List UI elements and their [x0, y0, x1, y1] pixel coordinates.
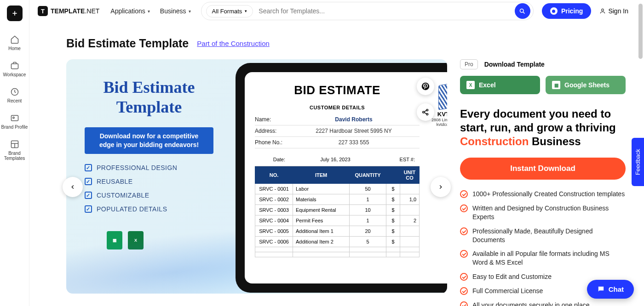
benefit-item: 1000+ Professionally Created Constructio… [460, 190, 626, 198]
sidebar-item-workspace[interactable]: Workspace [0, 57, 29, 83]
check-circle-icon [460, 301, 468, 306]
nav-applications[interactable]: Applications▾ [110, 7, 150, 15]
format-icons: ▦ X [85, 231, 213, 249]
table-row: SRVC - 0002Materials1$1,0 [255, 194, 420, 205]
pricing-button[interactable]: Pricing [542, 3, 591, 19]
user-icon [599, 8, 606, 14]
chat-icon [597, 285, 605, 293]
feedback-tab[interactable]: Feedback [632, 138, 644, 186]
feature-item: ✓CUSTOMIZABLE [85, 192, 213, 199]
sign-in-label: Sign In [608, 7, 628, 15]
promo-banner: Download now for a competitive edge in y… [85, 127, 213, 154]
table-row: SRVC - 0006Additional Item 25$ [255, 237, 420, 247]
tablet-mockup: BID ESTIMATE CUSTOMER DETAILS Name:David… [236, 63, 447, 293]
excel-file-icon: X [466, 81, 475, 89]
benefit-item: Written and Designed by Construction Bus… [460, 204, 626, 221]
create-button[interactable] [7, 6, 23, 21]
check-icon: ✓ [85, 178, 92, 185]
title-row: Bid Estimate Template Part of the Constr… [66, 37, 626, 50]
sidebar-item-label: Home [8, 46, 21, 51]
feature-item: ✓REUSABLE [85, 178, 213, 185]
sidebar-item-label: Brand Profile [1, 125, 28, 130]
svg-rect-4 [11, 115, 18, 121]
table-row: SRVC - 0005Additional Item 120$ [255, 226, 420, 237]
download-panel: Pro Download Template X Excel ▦ Google S… [460, 59, 626, 306]
preview-title: Bid Estimate Template [85, 78, 213, 117]
brand-name: TEMPLATE [51, 7, 85, 15]
history-icon [10, 87, 19, 96]
share-button[interactable] [417, 103, 434, 121]
sidebar-item-label: Recent [7, 98, 22, 103]
download-heading: Download Template [484, 61, 545, 68]
pro-badge: Pro [460, 59, 478, 69]
share-icon [421, 108, 430, 116]
preview-card: Bid Estimate Template Download now for a… [66, 59, 447, 294]
sidebar-item-home[interactable]: Home [0, 30, 29, 57]
sidebar-item-label: Workspace [3, 72, 26, 77]
left-sidebar: Home Workspace Recent Brand Profile Bran… [0, 0, 29, 306]
main-content: Bid Estimate Template Part of the Constr… [29, 22, 644, 306]
scrollbar[interactable] [638, 4, 643, 59]
svg-line-16 [424, 110, 426, 112]
feature-item: ✓POPULATED DETAILS [85, 205, 213, 213]
doc-title: BID ESTIMATE [255, 83, 420, 97]
check-circle-icon [460, 227, 468, 235]
preview-column: Bid Estimate Template Download now for a… [66, 59, 447, 306]
carousel-prev-button[interactable] [63, 177, 83, 197]
chevron-right-icon [437, 184, 444, 190]
table-row: SRVC - 0003Equipment Rental10$ [255, 205, 420, 215]
pricing-label: Pricing [561, 7, 583, 15]
search-input[interactable] [253, 4, 515, 18]
layout-icon [10, 140, 19, 149]
doc-section-header: CUSTOMER DETAILS [255, 105, 420, 110]
carousel-next-button[interactable] [431, 177, 451, 197]
instant-download-button[interactable]: Instant Download [460, 158, 626, 180]
search-button[interactable] [515, 3, 530, 19]
preview-info: Bid Estimate Template Download now for a… [85, 78, 213, 249]
pricing-icon [550, 7, 558, 15]
nav-business[interactable]: Business▾ [160, 7, 191, 15]
feature-list: ✓PROFESSIONAL DESIGN ✓REUSABLE ✓CUSTOMIZ… [85, 164, 213, 213]
pinterest-button[interactable] [417, 78, 434, 95]
document-preview: BID ESTIMATE CUSTOMER DETAILS Name:David… [245, 72, 447, 283]
sidebar-item-brand-profile[interactable]: Brand Profile [0, 109, 29, 135]
briefcase-icon [10, 61, 19, 70]
search-icon [519, 8, 526, 15]
home-icon [10, 35, 19, 44]
download-sheets-button[interactable]: ▦ Google Sheets [546, 76, 626, 94]
svg-point-11 [602, 9, 604, 11]
top-header: T TEMPLATE.NET Applications▾ Business▾ A… [29, 0, 637, 22]
table-row: SRVC - 0001Labor50$ [255, 184, 420, 194]
download-excel-button[interactable]: X Excel [460, 76, 540, 94]
plus-icon [11, 10, 18, 17]
chevron-down-icon: ▾ [245, 9, 247, 13]
benefit-item: Professionally Made, Beautifully Designe… [460, 227, 626, 244]
feature-item: ✓PROFESSIONAL DESIGN [85, 164, 213, 171]
collection-link[interactable]: Part of the Construction [197, 40, 270, 47]
brand-logo[interactable]: T TEMPLATE.NET [38, 6, 99, 16]
chevron-left-icon [69, 184, 76, 190]
sheets-file-icon: ▦ [552, 81, 560, 89]
table-row [255, 252, 420, 257]
sidebar-item-recent[interactable]: Recent [0, 83, 29, 109]
check-circle-icon [460, 204, 468, 212]
check-icon: ✓ [85, 164, 92, 171]
svg-rect-2 [11, 64, 18, 69]
pinterest-icon [421, 82, 430, 91]
sign-in-link[interactable]: Sign In [599, 7, 628, 15]
nav-label: Applications [110, 7, 145, 15]
estimate-table: NO. ITEM QUANTITY UNIT CO SRVC - 0001Lab… [255, 166, 420, 257]
svg-line-17 [424, 113, 426, 114]
chat-button[interactable]: Chat [587, 280, 634, 299]
sidebar-item-brand-templates[interactable]: Brand Templates [0, 135, 29, 166]
nav-label: Business [160, 7, 186, 15]
search-bar: All Formats▾ [201, 2, 534, 20]
chevron-down-icon: ▾ [148, 9, 150, 14]
sidebar-item-label: Brand Templates [1, 151, 28, 161]
logo-mark-icon: T [38, 6, 48, 16]
formats-filter[interactable]: All Formats▾ [206, 5, 253, 17]
pitch-heading: Every document you need to start, run, a… [460, 107, 626, 148]
check-icon: ✓ [85, 192, 92, 199]
table-row [255, 247, 420, 252]
page-title: Bid Estimate Template [66, 37, 189, 50]
